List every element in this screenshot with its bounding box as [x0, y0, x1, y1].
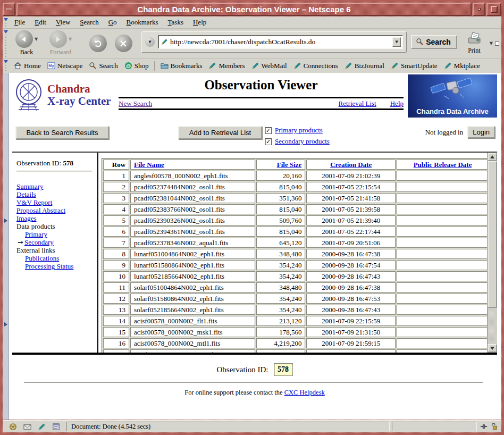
cell-public-release-date	[397, 171, 487, 181]
personal-toolbar-label: SmartUpdate	[401, 62, 438, 70]
personal-toolbar-webmail[interactable]: WebMail	[248, 61, 290, 71]
new-search-link[interactable]: New Search	[119, 99, 152, 108]
sidebar-link-v-v-report[interactable]: V&V Report	[16, 198, 52, 206]
sidebar-link-details[interactable]: Details	[16, 190, 36, 198]
personal-toolbar-mktplace[interactable]: Mktplace	[441, 61, 483, 71]
cell-public-release-date	[397, 215, 487, 225]
toolbar-separator	[154, 61, 155, 71]
maximize-button[interactable]	[486, 3, 501, 16]
primary-products-checkbox[interactable]: ✓	[265, 127, 272, 134]
table-row: 7pcadf052378346N002_aqual1.fits645,12020…	[103, 238, 487, 248]
reload-button[interactable]	[89, 35, 107, 52]
print-dropdown[interactable]: ▼	[490, 41, 493, 46]
cxc-helpdesk-link[interactable]: CXC Helpdesk	[284, 389, 325, 396]
window-menu-button[interactable]	[3, 3, 15, 16]
composer-pen-icon[interactable]	[38, 423, 46, 431]
menu-item-edit[interactable]: Edit	[30, 17, 51, 28]
observation-id-input[interactable]	[274, 363, 293, 376]
forward-history-dropdown[interactable]: ▼	[69, 37, 72, 41]
scroll-up-button[interactable]	[488, 153, 497, 161]
personal-toolbar-collapse-grip[interactable]	[3, 58, 10, 73]
secondary-products-link[interactable]: Secondary products	[275, 137, 330, 146]
cell-file-name: acisf00578_000N002_msk1.fits	[130, 327, 255, 337]
add-to-retrieval-list-button[interactable]: Add to Retrieval List	[178, 126, 262, 139]
sidebar-link-primary[interactable]: Primary	[25, 230, 47, 238]
menu-item-file[interactable]: File	[10, 17, 30, 28]
menu-item-view[interactable]: View	[51, 17, 75, 28]
print-button[interactable]	[466, 31, 482, 46]
personal-toolbar-shop[interactable]: @Shop	[121, 61, 152, 71]
cell-row-number: 16	[103, 338, 129, 348]
chandra-data-archive-banner: Chandra Data Archive	[408, 74, 497, 118]
cell-file-name: lunarf052185664N002_eph1.fits	[130, 271, 255, 281]
mail-icon[interactable]	[23, 423, 31, 431]
cell-creation-date: 2001-07-09 21:02:39	[306, 171, 396, 181]
menu-item-help[interactable]: Help	[188, 17, 211, 28]
menu-item-search[interactable]: Search	[75, 17, 103, 28]
sidebar-link-processing-status[interactable]: Processing Status	[25, 262, 73, 270]
sidebar-link-publications[interactable]: Publications	[25, 254, 59, 262]
back-to-search-results-button[interactable]: Back to Search Results	[15, 126, 109, 139]
address-book-icon[interactable]	[52, 423, 60, 431]
personal-toolbar-bookmarks[interactable]: Bookmarks	[157, 61, 206, 71]
sidebar-link-proposal-abstract[interactable]: Proposal Abstract	[16, 206, 65, 214]
personal-toolbar-members[interactable]: Members	[205, 61, 248, 71]
page-proxy-icon[interactable]: ▼	[145, 37, 155, 47]
cell-file-size: 20,160	[256, 171, 305, 181]
actions-row: Back to Search Results Add to Retrieval …	[12, 126, 497, 149]
personal-toolbar-smartupdate[interactable]: SmartUpdate	[388, 61, 441, 71]
column-header-creation-date[interactable]: Creation Date	[330, 161, 372, 169]
navigator-wheel-icon[interactable]	[9, 423, 17, 431]
online-plug-icon[interactable]	[480, 423, 488, 430]
scrollbar-thumb[interactable]	[488, 161, 497, 308]
table-row: 1anglesf00578_000N002_eph1.fits20,160200…	[103, 171, 487, 181]
minimize-button[interactable]	[473, 3, 485, 16]
security-unlocked-icon[interactable]	[491, 423, 498, 430]
search-button[interactable]: Search	[411, 35, 457, 49]
menu-item-bookmarks[interactable]: Bookmarks	[122, 17, 163, 28]
cell-file-size: 815,040	[256, 227, 305, 237]
scroll-down-button[interactable]	[488, 344, 497, 353]
stop-button[interactable]	[115, 35, 132, 52]
help-link[interactable]: Help	[390, 99, 404, 108]
cell-row-number: 4	[103, 204, 129, 214]
personal-toolbar-bizjournal[interactable]: BizJournal	[341, 61, 388, 71]
toolbar-overflow-box[interactable]	[495, 41, 499, 46]
personal-toolbar-connections[interactable]: Connections	[290, 61, 341, 71]
column-header-public-release-date[interactable]: Public Release Date	[414, 161, 472, 169]
forward-button[interactable]	[49, 30, 67, 48]
sidebar-link-images[interactable]: Images	[16, 214, 37, 222]
cell-file-size: 815,040	[256, 182, 305, 192]
personal-toolbar-netscape[interactable]: MyNetscape	[44, 61, 86, 71]
primary-products-link[interactable]: Primary products	[275, 126, 323, 135]
cell-file-size: 348,480	[256, 249, 305, 259]
scrollbar-track[interactable]	[488, 308, 497, 344]
back-button[interactable]	[15, 30, 33, 48]
cell-public-release-date	[397, 182, 487, 192]
personal-toolbar-search[interactable]: Search	[86, 61, 121, 71]
cell-file-name: lunarf051004864N002_eph1.fits	[130, 249, 255, 259]
menubar-collapse-grip[interactable]	[3, 16, 10, 28]
menu-item-go[interactable]: Go	[104, 17, 122, 28]
cell-public-release-date	[397, 238, 487, 248]
secondary-products-checkbox[interactable]: ✓	[265, 138, 272, 145]
sidebar-splitter[interactable]	[3, 73, 9, 420]
toolbar-collapse-grip[interactable]	[3, 29, 10, 58]
menu-item-tasks[interactable]: Tasks	[163, 17, 188, 28]
back-history-dropdown[interactable]: ▼	[35, 37, 38, 41]
column-header-file-size[interactable]: File Size	[277, 161, 302, 169]
login-button[interactable]: Login	[467, 126, 495, 138]
url-dropdown-button[interactable]: ▼	[392, 37, 401, 47]
retrieval-list-link[interactable]: Retrieval List	[339, 99, 376, 108]
personal-toolbar-home[interactable]: Home	[11, 61, 44, 71]
sidebar-link-secondary[interactable]: Secondary	[24, 238, 54, 246]
pen-icon	[251, 62, 259, 70]
cell-public-release-date: 1999-09-13 00:00:00	[397, 349, 487, 353]
magnifier-icon	[89, 62, 97, 70]
cell-creation-date: 2000-09-28 16:47:53	[306, 294, 396, 304]
url-input[interactable]	[170, 37, 392, 47]
cell-creation-date: 2001-07-05 21:39:40	[306, 215, 396, 225]
sidebar-link-summary[interactable]: Summary	[16, 182, 44, 190]
column-header-file-name[interactable]: File Name	[134, 161, 164, 169]
cell-file-size: 645,120	[256, 238, 305, 248]
